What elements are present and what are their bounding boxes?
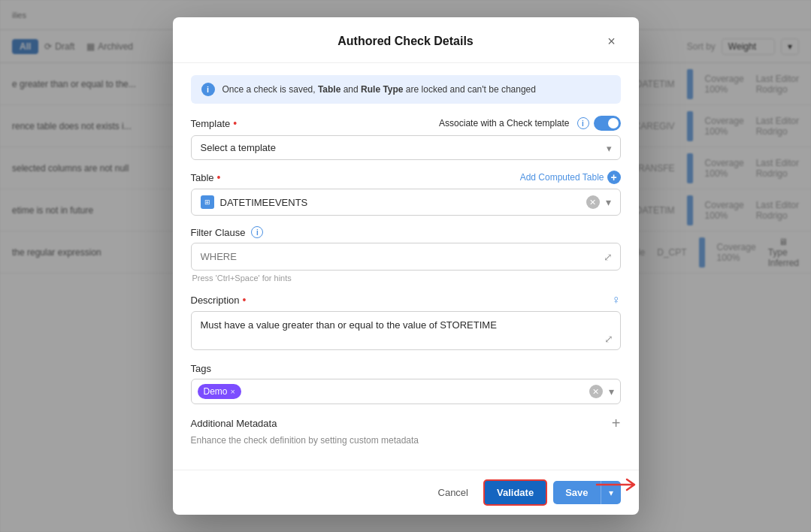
filter-hint: Press 'Ctrl+Space' for hints [191, 274, 621, 283]
info-icon: i [201, 83, 215, 96]
template-row: Template • Associate with a Check templa… [191, 116, 621, 160]
tags-chevron-icon: ▾ [609, 385, 614, 397]
table-selected-value: DATETIMEEVENTS [220, 197, 586, 208]
description-required: • [243, 294, 247, 306]
description-icon-right[interactable]: ♀ [612, 293, 621, 307]
filter-clause-label: Filter Clause i [191, 226, 264, 238]
add-icon: + [607, 171, 621, 184]
additional-metadata-desc: Enhance the check definition by setting … [191, 435, 621, 446]
filter-input-wrapper: ⤢ [191, 243, 621, 271]
template-select-wrapper: Select a template [191, 135, 621, 160]
modal-footer: Cancel Validate Save ▾ [173, 470, 639, 515]
template-toggle[interactable] [594, 116, 621, 131]
modal-header: Authored Check Details × [173, 17, 639, 63]
additional-metadata-header: Additional Metadata + [191, 415, 621, 432]
modal-dialog: Authored Check Details × i Once a check … [173, 17, 639, 515]
template-required: • [233, 117, 237, 129]
tags-right-actions: ✕ ▾ [589, 385, 614, 398]
modal-overlay: Authored Check Details × i Once a check … [0, 0, 811, 532]
cancel-button[interactable]: Cancel [429, 481, 477, 504]
template-right-label: Associate with a Check template i [439, 116, 620, 131]
description-row: Description • ♀ Must have a value greate… [191, 293, 621, 352]
table-required: • [217, 171, 221, 183]
template-label: Template • [191, 117, 238, 129]
additional-metadata-label: Additional Metadata [191, 418, 277, 429]
table-chevron-icon: ▾ [606, 196, 611, 208]
tag-demo-label: Demo [204, 386, 228, 397]
table-clear-icon[interactable]: ✕ [586, 195, 600, 209]
tags-label: Tags [191, 363, 211, 374]
filter-help-icon[interactable]: i [251, 226, 263, 238]
table-actions: ✕ ▾ [586, 195, 611, 209]
info-text: Once a check is saved, Table and Rule Ty… [222, 84, 536, 95]
filter-expand-icon: ⤢ [604, 251, 613, 263]
table-label: Table • [191, 171, 221, 183]
table-row-form: Table • Add Computed Table + ⊞ DATETIMEE… [191, 171, 621, 216]
tags-clear-icon[interactable]: ✕ [589, 385, 603, 398]
modal-body: i Once a check is saved, Table and Rule … [173, 63, 639, 470]
validate-arrow-indicator [589, 473, 639, 496]
validate-button[interactable]: Validate [483, 479, 547, 506]
description-row-header: Description • ♀ [191, 293, 621, 307]
template-row-header: Template • Associate with a Check templa… [191, 116, 621, 131]
description-input[interactable]: Must have a value greater than or equal … [191, 311, 621, 350]
description-expand-icon: ⤢ [604, 333, 613, 345]
table-icon: ⊞ [201, 195, 214, 209]
modal-close-button[interactable]: × [603, 32, 621, 50]
tag-demo-close[interactable]: × [231, 387, 235, 396]
filter-clause-row: Filter Clause i ⤢ Press 'Ctrl+Space' for… [191, 226, 621, 283]
info-banner: i Once a check is saved, Table and Rule … [191, 75, 621, 104]
table-select-wrapper[interactable]: ⊞ DATETIMEEVENTS ✕ ▾ [191, 189, 621, 216]
tags-input-wrapper[interactable]: Demo × ✕ ▾ [191, 379, 621, 404]
filter-clause-input[interactable] [192, 243, 620, 270]
description-label: Description • [191, 294, 247, 306]
tag-demo: Demo × [198, 384, 241, 399]
tags-row: Tags Demo × ✕ ▾ [191, 363, 621, 404]
template-select[interactable]: Select a template [191, 135, 621, 160]
description-wrapper: Must have a value greater than or equal … [191, 311, 621, 352]
additional-metadata-add[interactable]: + [612, 415, 621, 432]
tags-row-header: Tags [191, 363, 621, 374]
add-computed-button[interactable]: Add Computed Table + [520, 171, 621, 184]
modal-title: Authored Check Details [209, 35, 603, 48]
filter-clause-header: Filter Clause i [191, 226, 621, 238]
template-help-icon[interactable]: i [577, 117, 589, 129]
table-row-header: Table • Add Computed Table + [191, 171, 621, 184]
